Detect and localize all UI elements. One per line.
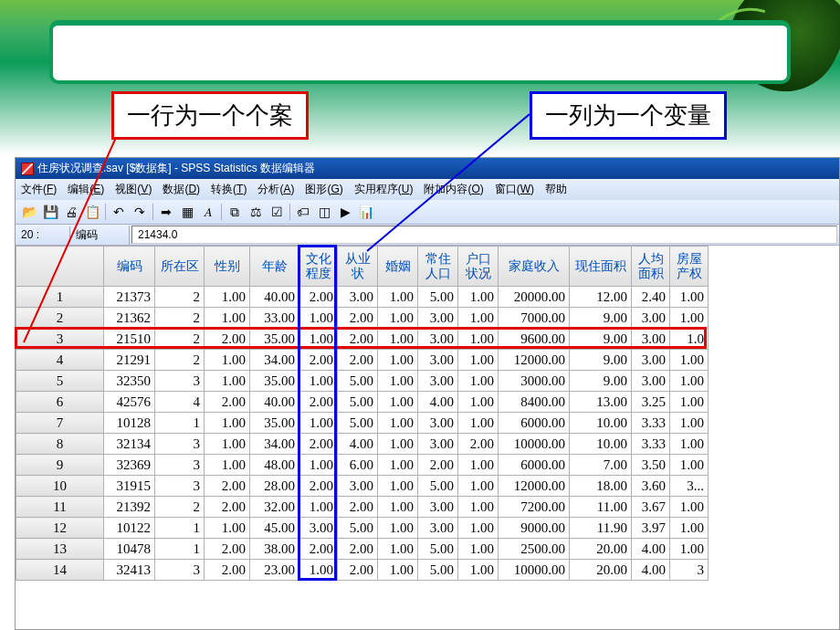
- cell[interactable]: 1.00: [299, 497, 338, 518]
- cell[interactable]: 2: [155, 329, 205, 350]
- cell[interactable]: 32134: [104, 434, 155, 455]
- cell[interactable]: 3: [155, 476, 205, 497]
- cell[interactable]: 1.00: [670, 308, 709, 329]
- variables-icon[interactable]: ▦: [177, 202, 197, 222]
- cell[interactable]: 1.00: [378, 455, 418, 476]
- cell[interactable]: 3.97: [632, 518, 670, 539]
- cell[interactable]: 9600.00: [499, 329, 570, 350]
- cell[interactable]: 1.00: [670, 350, 709, 371]
- cell[interactable]: 3.00: [632, 350, 670, 371]
- cell[interactable]: 3: [670, 560, 709, 581]
- print-icon[interactable]: 🖨: [61, 202, 81, 222]
- cell[interactable]: 3.00: [418, 371, 458, 392]
- menu-数据[interactable]: 数据(D): [163, 182, 200, 197]
- cell[interactable]: 32.00: [250, 497, 299, 518]
- col-header-9[interactable]: 家庭收入: [499, 247, 570, 287]
- find-icon[interactable]: 𝐴: [198, 202, 218, 222]
- row-number[interactable]: 13: [16, 539, 104, 560]
- table-row[interactable]: 64257642.0040.002.005.001.004.001.008400…: [16, 392, 709, 413]
- cell[interactable]: 5.00: [338, 518, 378, 539]
- cell[interactable]: 1.00: [670, 518, 709, 539]
- cell[interactable]: 1.00: [458, 350, 499, 371]
- cell[interactable]: 5.00: [418, 287, 458, 308]
- table-row[interactable]: 143241332.0023.001.002.001.005.001.00100…: [16, 560, 709, 581]
- cell[interactable]: 1.00: [670, 455, 709, 476]
- cell[interactable]: 11.90: [570, 518, 632, 539]
- row-number[interactable]: 4: [16, 350, 104, 371]
- cell[interactable]: 35.00: [250, 413, 299, 434]
- cell[interactable]: 1.00: [670, 539, 709, 560]
- cell[interactable]: 1.00: [458, 539, 499, 560]
- menu-文件[interactable]: 文件(F): [21, 182, 57, 197]
- cell[interactable]: 2.00: [299, 287, 338, 308]
- select-icon[interactable]: ☑: [267, 202, 287, 222]
- menu-转换[interactable]: 转换(T): [211, 182, 247, 197]
- cell[interactable]: 4.00: [338, 434, 378, 455]
- cell[interactable]: 3.00: [632, 329, 670, 350]
- cell[interactable]: 28.00: [250, 476, 299, 497]
- cell[interactable]: 3.00: [632, 371, 670, 392]
- chart-icon[interactable]: 📊: [356, 202, 376, 222]
- cell[interactable]: 2.00: [205, 539, 250, 560]
- run-icon[interactable]: ▶: [335, 202, 355, 222]
- cell[interactable]: 9.00: [570, 308, 632, 329]
- col-header-6[interactable]: 婚姻: [378, 247, 418, 287]
- row-number[interactable]: 11: [16, 497, 104, 518]
- cell[interactable]: 4.00: [632, 560, 670, 581]
- cell[interactable]: 1.00: [205, 308, 250, 329]
- cell[interactable]: 1.00: [458, 476, 499, 497]
- cell[interactable]: 3.00: [418, 350, 458, 371]
- cell[interactable]: 5.00: [338, 371, 378, 392]
- cell[interactable]: 3.25: [632, 392, 670, 413]
- cell[interactable]: 1.0: [670, 329, 709, 350]
- table-row[interactable]: 53235031.0035.001.005.001.003.001.003000…: [16, 371, 709, 392]
- cell[interactable]: 1.00: [458, 518, 499, 539]
- cell[interactable]: 2.00: [418, 455, 458, 476]
- table-row[interactable]: 22136221.0033.001.002.001.003.001.007000…: [16, 308, 709, 329]
- col-header-8[interactable]: 户口状况: [458, 247, 499, 287]
- cell[interactable]: 42576: [104, 392, 155, 413]
- cell[interactable]: 1.00: [378, 560, 418, 581]
- cell[interactable]: 3.67: [632, 497, 670, 518]
- cell[interactable]: 1.00: [458, 413, 499, 434]
- cell[interactable]: 3.00: [299, 518, 338, 539]
- row-number[interactable]: 2: [16, 308, 104, 329]
- cell[interactable]: 33.00: [250, 308, 299, 329]
- cell[interactable]: 3.60: [632, 476, 670, 497]
- cell[interactable]: 32369: [104, 455, 155, 476]
- cell[interactable]: 1.00: [205, 371, 250, 392]
- cell[interactable]: 1.00: [378, 539, 418, 560]
- row-number[interactable]: 1: [16, 287, 104, 308]
- cell[interactable]: 1.00: [378, 392, 418, 413]
- cell[interactable]: 5.00: [418, 539, 458, 560]
- table-row[interactable]: 12137321.0040.002.003.001.005.001.002000…: [16, 287, 709, 308]
- table-row[interactable]: 32151022.0035.001.002.001.003.001.009600…: [16, 329, 709, 350]
- cell[interactable]: 21291: [104, 350, 155, 371]
- undo-icon[interactable]: ↶: [109, 202, 129, 222]
- cell[interactable]: 1.00: [458, 455, 499, 476]
- cell[interactable]: 5.00: [418, 476, 458, 497]
- cell[interactable]: 3.00: [338, 476, 378, 497]
- table-row[interactable]: 131047812.0038.002.002.001.005.001.00250…: [16, 539, 709, 560]
- cell[interactable]: 23.00: [250, 560, 299, 581]
- table-row[interactable]: 42129121.0034.002.002.001.003.001.001200…: [16, 350, 709, 371]
- split-icon[interactable]: ⧉: [225, 202, 245, 222]
- cell[interactable]: 1.00: [378, 308, 418, 329]
- col-header-12[interactable]: 房屋产权: [670, 247, 709, 287]
- cell[interactable]: 1.00: [205, 455, 250, 476]
- cell[interactable]: 21392: [104, 497, 155, 518]
- menu-图形[interactable]: 图形(G): [305, 182, 342, 197]
- cell[interactable]: 2.00: [299, 539, 338, 560]
- cell[interactable]: 2.40: [632, 287, 670, 308]
- cell[interactable]: 1.00: [378, 350, 418, 371]
- menu-实用程序[interactable]: 实用程序(U): [354, 182, 414, 197]
- cell[interactable]: 3.00: [632, 308, 670, 329]
- cell[interactable]: 1.00: [458, 497, 499, 518]
- cell[interactable]: 1.00: [299, 308, 338, 329]
- cell[interactable]: 2.00: [458, 434, 499, 455]
- cell[interactable]: 2: [155, 287, 205, 308]
- menu-分析[interactable]: 分析(A): [257, 182, 294, 197]
- cell[interactable]: 6000.00: [499, 455, 570, 476]
- cell[interactable]: 2: [155, 350, 205, 371]
- table-row[interactable]: 71012811.0035.001.005.001.003.001.006000…: [16, 413, 709, 434]
